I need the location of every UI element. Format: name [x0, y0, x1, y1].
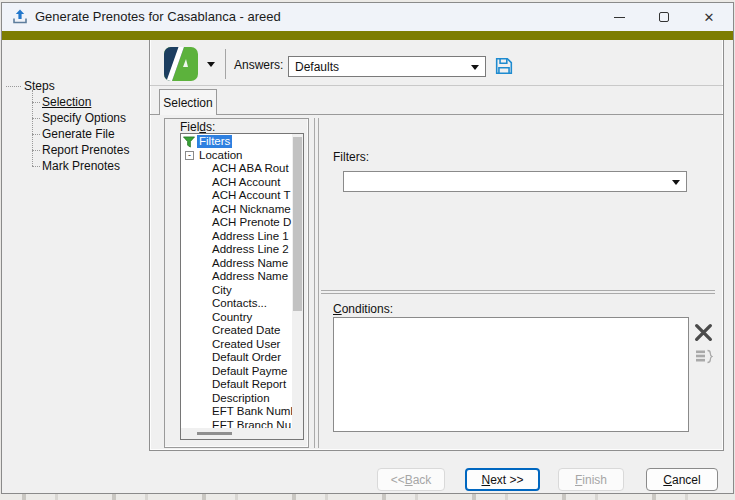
filters-combobox[interactable] [343, 171, 687, 192]
window-title: Generate Prenotes for Casablanca - areed [35, 9, 281, 24]
tab-selection[interactable]: Selection [159, 89, 217, 115]
fields-tree-item-label: Default Payme [212, 365, 287, 378]
maximize-icon [659, 12, 669, 22]
title-bar[interactable]: Generate Prenotes for Casablanca - areed… [2, 3, 733, 31]
fields-tree-item-ach-nickname[interactable]: ACH Nickname [181, 203, 292, 217]
answers-label: Answers: [234, 58, 283, 72]
fields-tree-item-label: Created User [212, 338, 280, 351]
fields-tree-item-label: Contacts... [212, 297, 267, 310]
tree-line [32, 118, 40, 119]
fields-tree-item-label: Country [212, 311, 252, 324]
fields-tree-item-label: Address Name [212, 270, 288, 283]
fields-tree-item-eft-branch-nu[interactable]: EFT Branch Nu [181, 419, 292, 429]
logo-dropdown-button[interactable] [203, 57, 219, 71]
fields-tree-item-label: Default Report [212, 378, 286, 391]
step-item-generate-file[interactable]: Generate File [42, 126, 129, 142]
main-region: Answers: Defaults Selection Fields: Filt… [149, 40, 724, 451]
step-item-mark-prenotes[interactable]: Mark Prenotes [42, 158, 129, 174]
scrollbar-corner [292, 428, 303, 439]
fields-tree-item-ach-account[interactable]: ACH Account [181, 176, 292, 190]
fields-tree-item-label: ACH Account T [212, 189, 290, 202]
steps-root-label: Steps [24, 78, 55, 94]
fields-tree-item-filters[interactable]: Filters [181, 135, 292, 149]
answers-combobox[interactable]: Defaults [288, 56, 486, 77]
vertical-splitter[interactable] [314, 118, 319, 448]
dialog-window: Generate Prenotes for Casablanca - areed… [1, 2, 734, 494]
fields-tree-item-label: Description [212, 392, 270, 405]
tree-line [32, 166, 40, 167]
fields-tree-item-label: ACH Account [212, 176, 280, 189]
toolbar-separator [150, 85, 723, 86]
fields-listbox[interactable]: Filters-LocationACH ABA RoutACH AccountA… [180, 133, 304, 440]
chevron-down-icon [207, 62, 215, 67]
fields-tree-item-label: ACH Nickname [212, 203, 291, 216]
filter-funnel-icon [183, 136, 195, 148]
fields-tree-item-eft-bank-numb[interactable]: EFT Bank Numb [181, 405, 292, 419]
steps-list: SelectionSpecify OptionsGenerate FileRep… [42, 94, 129, 174]
answers-value: Defaults [295, 60, 339, 74]
step-item-report-prenotes[interactable]: Report Prenotes [42, 142, 129, 158]
back-button[interactable]: << Back [377, 468, 445, 491]
delete-condition-icon[interactable] [693, 322, 714, 343]
fields-tree-item-ach-prenote-d[interactable]: ACH Prenote D [181, 216, 292, 230]
conditions-label: Conditions: [333, 302, 393, 316]
horizontal-splitter[interactable] [321, 290, 715, 294]
scrollbar-thumb[interactable] [293, 137, 302, 311]
fields-tree-item-country[interactable]: Country [181, 311, 292, 325]
collapse-icon[interactable]: - [185, 151, 194, 160]
cancel-button[interactable]: Cancel [646, 468, 718, 491]
tab-strip-line [150, 114, 723, 115]
fields-tree-item-default-report[interactable]: Default Report [181, 378, 292, 392]
close-button[interactable]: ✕ [692, 3, 726, 31]
fields-tree-item-label: Created Date [212, 324, 280, 337]
tree-line [6, 86, 21, 87]
fields-tree-item-location[interactable]: -Location [181, 149, 292, 163]
fields-tree-item-label: Address Line 2 [212, 243, 289, 256]
fields-tree-item-default-order[interactable]: Default Order [181, 351, 292, 365]
fields-panel: Fields: Filters-LocationACH ABA RoutACH … [164, 118, 309, 448]
fields-tree-item-address-name[interactable]: Address Name [181, 270, 292, 284]
accent-bar [2, 31, 733, 40]
toolbar-divider [225, 49, 226, 79]
finish-button[interactable]: Finish [558, 468, 624, 491]
fields-tree-item-label: Location [199, 149, 242, 162]
tree-line [32, 150, 40, 151]
fields-tree-item-label: ACH ABA Rout [212, 162, 289, 175]
app-logo-icon[interactable] [164, 47, 198, 81]
horizontal-scrollbar[interactable] [181, 428, 292, 439]
fields-tree-item-default-payme[interactable]: Default Payme [181, 365, 292, 379]
minimize-button[interactable] [602, 3, 636, 31]
fields-tree-item-city[interactable]: City [181, 284, 292, 298]
fields-tree-item-created-date[interactable]: Created Date [181, 324, 292, 338]
next-button[interactable]: Next >> [465, 468, 540, 491]
fields-tree-item-label: EFT Bank Numb [212, 405, 292, 418]
fields-tree-item-address-line-2[interactable]: Address Line 2 [181, 243, 292, 257]
fields-tree-item-label: ACH Prenote D [212, 216, 291, 229]
fields-tree-item-label: City [212, 284, 232, 297]
scrollbar-thumb[interactable] [197, 432, 232, 435]
chevron-down-icon [471, 65, 479, 70]
fields-tree-item-description[interactable]: Description [181, 392, 292, 406]
step-item-selection[interactable]: Selection [42, 94, 129, 110]
group-conditions-icon [695, 349, 713, 364]
filters-label: Filters: [333, 150, 369, 164]
vertical-scrollbar[interactable] [292, 134, 303, 428]
step-item-specify-options[interactable]: Specify Options [42, 110, 129, 126]
save-icon[interactable] [495, 57, 513, 75]
fields-tree-item-ach-account-t[interactable]: ACH Account T [181, 189, 292, 203]
close-icon: ✕ [704, 11, 715, 24]
steps-pane: Steps SelectionSpecify OptionsGenerate F… [2, 40, 149, 493]
fields-tree-item-contacts[interactable]: Contacts... [181, 297, 292, 311]
fields-tree-item-address-name[interactable]: Address Name [181, 257, 292, 271]
fields-tree: Filters-LocationACH ABA RoutACH AccountA… [181, 135, 292, 428]
conditions-listbox[interactable] [333, 317, 689, 432]
fields-tree-item-label: Filters [197, 135, 232, 148]
fields-tree-item-address-line-1[interactable]: Address Line 1 [181, 230, 292, 244]
background-bottom-strip [0, 494, 735, 500]
fields-label: Fields: [180, 120, 215, 134]
tree-line [32, 134, 40, 135]
tab-label: Selection [163, 96, 212, 110]
fields-tree-item-created-user[interactable]: Created User [181, 338, 292, 352]
maximize-button[interactable] [647, 3, 681, 31]
fields-tree-item-ach-aba-rout[interactable]: ACH ABA Rout [181, 162, 292, 176]
